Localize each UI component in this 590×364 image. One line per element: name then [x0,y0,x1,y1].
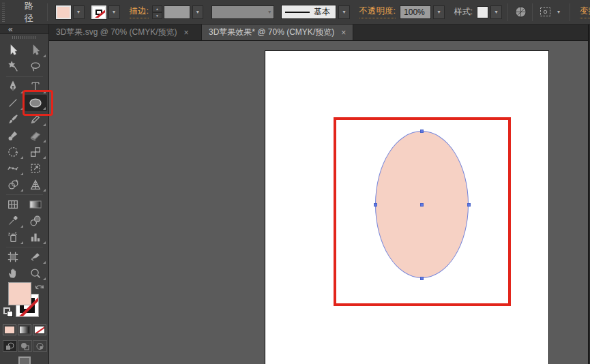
tool-artboard[interactable] [2,249,25,265]
step-down-icon[interactable]: ▼ [152,12,162,19]
tool-lasso[interactable] [25,59,47,75]
close-icon[interactable]: × [184,28,189,37]
tool-eraser[interactable] [25,127,47,144]
tool-magic-wand[interactable] [2,59,25,75]
recolor-artwork-icon[interactable] [515,6,527,18]
tool-scale[interactable] [25,144,47,160]
tools-separator [6,247,43,247]
tool-rotate[interactable] [2,144,25,160]
stroke-weight-dropdown-button[interactable]: ▾ [192,5,203,19]
fill-color-swatch[interactable] [56,5,71,19]
chevron-down-icon: ▾ [77,9,80,15]
anchor-point-center[interactable] [420,203,424,207]
tool-zoom[interactable] [25,265,47,282]
tool-hand[interactable] [2,265,25,282]
chevron-down-icon: ▾ [342,9,345,15]
tool-eyedropper[interactable] [2,213,25,229]
tools-panel: « [0,25,49,364]
variable-width-profile-dropdown[interactable]: ▾ [211,5,274,19]
transform-label[interactable]: 变换 [580,5,590,18]
document-tab-2[interactable]: 3D苹果效果* @ 70% (CMYK/预览) × [202,25,353,40]
tool-width[interactable] [2,160,25,177]
separator [532,3,533,21]
style-label: 样式: [454,6,473,18]
tool-shape-builder[interactable] [2,177,25,193]
draw-inside-button[interactable] [33,340,47,352]
chevron-down-icon: ▾ [196,9,199,15]
graphic-style-swatch[interactable] [477,6,488,18]
brush-dropdown-button[interactable]: ▾ [338,5,349,19]
draw-behind-button[interactable] [18,340,32,352]
tool-free-transform[interactable] [25,160,47,177]
basic-brush-stroke-icon [285,12,310,13]
stroke-weight-stepper[interactable]: ▲ ▼ [152,5,162,19]
stroke-color-swatch[interactable] [91,5,106,19]
chevron-down-icon: ▾ [268,9,271,15]
style-dropdown-button[interactable]: ▾ [490,5,501,19]
draw-normal-button[interactable] [3,340,17,352]
opacity-dropdown-button[interactable]: ▾ [433,5,444,19]
tools-separator [6,76,43,77]
tools-grid [0,42,48,282]
opacity-label[interactable]: 不透明度: [359,5,396,18]
tools-separator [6,194,43,195]
select-similar-icon[interactable] [540,7,551,17]
tool-slice[interactable] [25,249,47,265]
separator [507,3,508,21]
panel-grip-icon[interactable] [1,3,7,22]
tools-panel-grip[interactable] [0,34,48,41]
chevron-down-icon: ▾ [438,9,441,15]
stroke-dropdown-button[interactable]: ▾ [108,5,120,19]
canvas-area[interactable] [49,41,590,364]
drawing-mode-row [0,340,49,352]
tool-column-graph[interactable] [25,229,47,245]
separator [570,3,570,21]
anchor-point-top[interactable] [420,130,424,133]
gradient-button[interactable] [18,324,31,335]
ellipse-tool-highlight-annotation [23,90,53,116]
color-button[interactable] [3,324,16,335]
tool-gradient[interactable] [25,196,47,213]
paint-style-row [0,324,49,335]
anchor-point-left[interactable] [374,203,377,207]
tool-blend[interactable] [25,213,47,229]
illustrator-window: 路径 ▾ ▾ 描边: ▲ ▼ ▾ ▾ 基本 ▾ 不透明度: 100% ▾ [0,0,590,364]
tab-label: 3D苹果.svg @ 70% (CMYK/预览) [56,27,177,38]
chevron-down-icon: ▾ [495,9,498,15]
default-fill-stroke-icon[interactable] [3,307,14,318]
control-bar: 路径 ▾ ▾ 描边: ▲ ▼ ▾ ▾ 基本 ▾ 不透明度: 100% ▾ [0,0,590,25]
tool-symbol-sprayer[interactable] [2,229,25,245]
context-label: 路径 [25,0,42,25]
anchor-point-bottom[interactable] [420,277,424,280]
opacity-input[interactable]: 100% [400,5,431,19]
tool-direct-selection[interactable] [25,42,47,59]
chevron-down-icon: ▾ [557,9,560,15]
select-similar-dropdown-button[interactable]: ▾ [553,5,564,19]
tool-selection[interactable] [2,42,25,59]
collapse-panel-icon[interactable]: « [8,26,13,33]
brush-definition-dropdown[interactable]: 基本 [281,5,336,19]
brush-name: 基本 [314,6,330,18]
screen-mode-button[interactable] [18,357,31,364]
close-icon[interactable]: × [341,28,346,37]
chevron-down-icon: ▾ [113,9,115,15]
tool-mesh[interactable] [2,196,25,213]
tool-paintbrush[interactable] [2,111,25,127]
tool-perspective-grid[interactable] [25,177,47,193]
tools-panel-header: « [0,25,48,34]
fill-dropdown-button[interactable]: ▾ [73,5,85,19]
tool-line[interactable] [2,95,25,111]
separator [47,3,48,21]
stroke-weight-label[interactable]: 描边: [130,5,149,18]
tab-label: 3D苹果效果* @ 70% (CMYK/预览) [209,27,334,38]
step-up-icon[interactable]: ▲ [152,5,162,12]
tool-pen[interactable] [2,78,25,95]
none-button[interactable] [33,324,46,335]
fill-proxy-swatch[interactable] [8,282,31,305]
stroke-weight-input[interactable] [164,5,190,19]
tool-blob-brush[interactable] [2,127,25,144]
document-tab-1[interactable]: 3D苹果.svg @ 70% (CMYK/预览) × [49,25,202,40]
swap-fill-stroke-icon[interactable] [34,282,45,294]
document-tab-bar: 3D苹果.svg @ 70% (CMYK/预览) × 3D苹果效果* @ 70%… [49,25,590,41]
anchor-point-right[interactable] [467,203,471,207]
